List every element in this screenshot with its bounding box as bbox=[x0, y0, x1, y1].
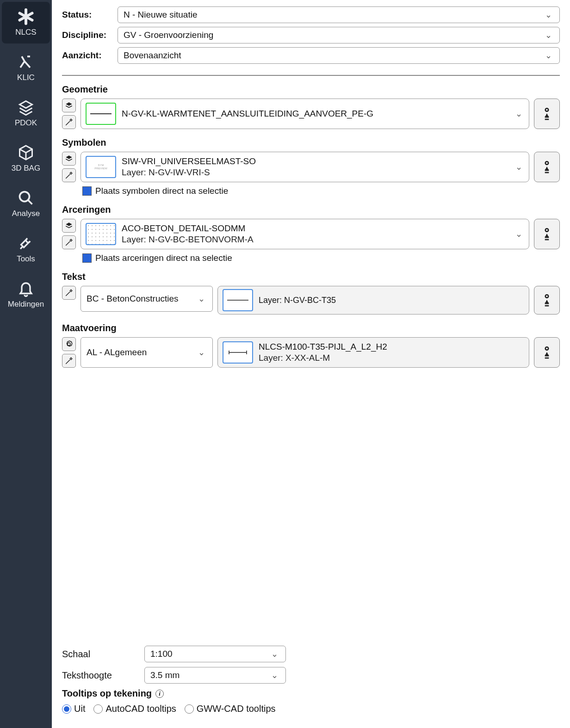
schaal-label: Schaal bbox=[62, 649, 136, 660]
sidebar-item-analyse[interactable]: Analyse bbox=[2, 183, 50, 225]
radio-input[interactable] bbox=[62, 704, 71, 714]
tooltips-title: Tooltips op tekening i bbox=[62, 688, 560, 699]
svg-point-11 bbox=[545, 347, 548, 350]
radio-gwwcad[interactable]: GWW-CAD tooltips bbox=[185, 703, 276, 714]
svg-rect-4 bbox=[545, 172, 549, 173]
eyedropper-button[interactable] bbox=[62, 235, 76, 249]
bottom-settings: Schaal 1:100 ⌄ Teksthoogte 3.5 mm ⌄ Tool… bbox=[62, 646, 560, 714]
eyedropper-button[interactable] bbox=[62, 354, 76, 368]
arceringen-title: Arceringen bbox=[62, 204, 560, 215]
radio-uit[interactable]: Uit bbox=[62, 703, 85, 714]
layers-button[interactable] bbox=[62, 99, 76, 112]
discipline-value: GV - Groenvoorziening bbox=[124, 30, 213, 40]
symbolen-line1: SIW-VRI_UNIVERSEELMAST-SO bbox=[122, 156, 508, 167]
eyedropper-button[interactable] bbox=[62, 168, 76, 182]
eyedropper-button[interactable] bbox=[62, 115, 76, 129]
maat-title: Maatvoering bbox=[62, 323, 560, 333]
maat-sel-value: AL - ALgemeen bbox=[87, 347, 147, 358]
symbolen-thumb: SYMPREVIEW bbox=[86, 156, 116, 178]
chevron-down-icon: ⌄ bbox=[196, 347, 207, 358]
info-icon[interactable]: i bbox=[155, 690, 164, 698]
tekst-select[interactable]: BC - BetonConstructies ⌄ bbox=[81, 286, 213, 312]
chevron-down-icon: ⌄ bbox=[543, 50, 554, 61]
place-arceringen-button[interactable] bbox=[534, 219, 560, 249]
chevron-down-icon: ⌄ bbox=[514, 109, 524, 119]
maatvoering-section: Maatvoering AL - ALgemeen ⌄ NLCS-M100-T3… bbox=[62, 323, 560, 368]
aanzicht-select[interactable]: Bovenaanzicht ⌄ bbox=[118, 47, 560, 64]
arceringen-select[interactable]: ACO-BETON_DETAIL-SODMM Layer: N-GV-BC-BE… bbox=[81, 219, 529, 249]
chevron-down-icon: ⌄ bbox=[514, 162, 524, 172]
bell-icon bbox=[18, 280, 34, 297]
symbolen-checkbox-label: Plaats symbolen direct na selectie bbox=[95, 186, 228, 196]
svg-rect-6 bbox=[545, 239, 549, 241]
geometrie-value: N-GV-KL-WARMTENET_AANSLUITLEIDING_AANVOE… bbox=[122, 109, 508, 119]
maat-select[interactable]: AL - ALgemeen ⌄ bbox=[81, 337, 213, 368]
place-symbolen-button[interactable] bbox=[534, 152, 560, 182]
sidebar-item-pdok[interactable]: PDOK bbox=[2, 93, 50, 134]
main-panel: Status: N - Nieuwe situatie ⌄ Discipline… bbox=[52, 0, 570, 728]
sidebar-label: Analyse bbox=[12, 209, 40, 218]
symbolen-section: Symbolen SYMPREVIEW SIW-VRI_UNIVERSEELMA… bbox=[62, 137, 560, 196]
svg-point-3 bbox=[545, 161, 548, 164]
tekst-layer-box[interactable]: Layer: N-GV-BC-T35 bbox=[217, 286, 529, 315]
chevron-down-icon: ⌄ bbox=[514, 229, 524, 239]
layers-button[interactable] bbox=[62, 219, 76, 233]
chevron-down-icon: ⌄ bbox=[196, 294, 207, 304]
radio-input[interactable] bbox=[93, 704, 103, 714]
arceringen-line1: ACO-BETON_DETAIL-SODMM bbox=[122, 223, 508, 234]
tekst-thumb bbox=[223, 289, 253, 311]
tekst-sel-value: BC - BetonConstructies bbox=[87, 294, 179, 304]
geometrie-thumb bbox=[86, 103, 116, 125]
svg-point-8 bbox=[545, 295, 548, 297]
arceringen-checkbox-row[interactable]: Plaats arceringen direct na selectie bbox=[82, 253, 560, 263]
divider bbox=[62, 75, 560, 76]
sidebar-item-3dbag[interactable]: 3D BAG bbox=[2, 138, 50, 179]
radio-input[interactable] bbox=[185, 704, 194, 714]
symbolen-select[interactable]: SYMPREVIEW SIW-VRI_UNIVERSEELMAST-SO Lay… bbox=[81, 152, 529, 182]
layers-button[interactable] bbox=[62, 152, 76, 166]
sidebar-label: KLIC bbox=[17, 73, 35, 82]
maat-thumb bbox=[223, 341, 253, 364]
tekst-layer: Layer: N-GV-BC-T35 bbox=[259, 296, 336, 305]
sidebar-item-meldingen[interactable]: Meldingen bbox=[2, 274, 50, 315]
arceringen-section: Arceringen ACO-BETON_DETAIL-SODMM Layer:… bbox=[62, 204, 560, 263]
radio-autocad[interactable]: AutoCAD tooltips bbox=[93, 703, 176, 714]
search-icon bbox=[18, 190, 34, 206]
arceringen-thumb bbox=[86, 223, 116, 245]
place-maat-button[interactable] bbox=[534, 337, 560, 368]
checkbox-checked-icon bbox=[82, 186, 92, 196]
symbolen-line2: Layer: N-GV-IW-VRI-S bbox=[122, 167, 508, 178]
teksthoogte-label: Teksthoogte bbox=[62, 670, 136, 681]
symbolen-checkbox-row[interactable]: Plaats symbolen direct na selectie bbox=[82, 186, 560, 196]
asterisk-icon bbox=[18, 8, 34, 25]
svg-rect-12 bbox=[545, 358, 549, 359]
top-form: Status: N - Nieuwe situatie ⌄ Discipline… bbox=[62, 6, 560, 68]
arceringen-checkbox-label: Plaats arceringen direct na selectie bbox=[95, 253, 232, 263]
schaal-value: 1:100 bbox=[150, 649, 173, 659]
tooltips-radios: Uit AutoCAD tooltips GWW-CAD tooltips bbox=[62, 703, 560, 714]
sidebar-item-klic[interactable]: KLIC bbox=[2, 47, 50, 89]
aanzicht-value: Bovenaanzicht bbox=[124, 50, 181, 61]
svg-point-0 bbox=[20, 192, 30, 202]
settings-button[interactable] bbox=[62, 337, 76, 351]
sidebar-item-tools[interactable]: Tools bbox=[2, 228, 50, 270]
layers-icon bbox=[18, 99, 34, 116]
maat-layer-box[interactable]: NLCS-M100-T35-PIJL_A_L2_H2 Layer: X-XX-A… bbox=[217, 337, 529, 368]
discipline-select[interactable]: GV - Groenvoorziening ⌄ bbox=[118, 27, 560, 43]
chevron-down-icon: ⌄ bbox=[269, 649, 280, 659]
teksthoogte-value: 3.5 mm bbox=[150, 670, 180, 680]
sidebar-label: NLCS bbox=[15, 28, 36, 37]
sidebar-item-nlcs[interactable]: NLCS bbox=[2, 2, 50, 43]
sidebar-label: Meldingen bbox=[8, 300, 44, 309]
tekst-section: Tekst BC - BetonConstructies ⌄ Layer: N-… bbox=[62, 271, 560, 315]
place-tekst-button[interactable] bbox=[534, 286, 560, 315]
place-geometrie-button[interactable] bbox=[534, 99, 560, 129]
teksthoogte-select[interactable]: 3.5 mm ⌄ bbox=[144, 667, 286, 684]
status-select[interactable]: N - Nieuwe situatie ⌄ bbox=[118, 6, 560, 23]
status-value: N - Nieuwe situatie bbox=[124, 10, 197, 20]
symbolen-title: Symbolen bbox=[62, 137, 560, 148]
eyedropper-button[interactable] bbox=[62, 286, 76, 300]
schaal-select[interactable]: 1:100 ⌄ bbox=[144, 646, 286, 662]
geometrie-select[interactable]: N-GV-KL-WARMTENET_AANSLUITLEIDING_AANVOE… bbox=[81, 99, 529, 129]
sidebar-label: PDOK bbox=[15, 118, 37, 128]
